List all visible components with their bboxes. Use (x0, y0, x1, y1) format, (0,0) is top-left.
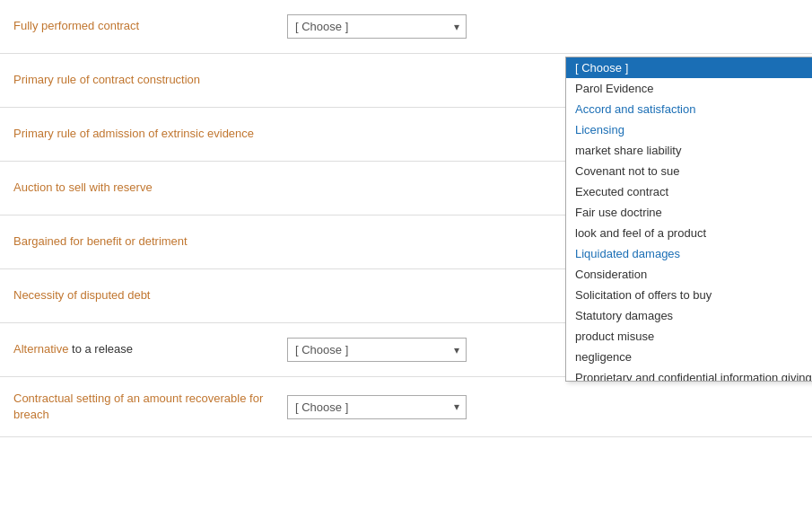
dropdown-item-3[interactable]: Licensing (566, 119, 812, 140)
dropdown-item-12[interactable]: Statutory damages (566, 305, 812, 326)
dropdown-item-6[interactable]: Executed contract (566, 181, 812, 202)
select-contractual-setting[interactable]: [ Choose ]Parol EvidenceAccord and satis… (287, 395, 467, 419)
dropdown-item-10[interactable]: Consideration (566, 264, 812, 285)
dropdown-item-0[interactable]: [ Choose ] (566, 57, 812, 78)
dropdown-item-9[interactable]: Liquidated damages (566, 243, 812, 264)
select-wrapper-alternative-release[interactable]: [ Choose ]Parol EvidenceAccord and satis… (287, 338, 467, 362)
dropdown-item-8[interactable]: look and feel of a product (566, 223, 812, 243)
dropdown-item-15[interactable]: Proprietary and confidential information… (566, 367, 812, 381)
label-necessity-disputed: Necessity of disputed debt (0, 283, 278, 308)
label-alternative-release: Alternative to a release (0, 337, 278, 362)
select-wrapper-contractual-setting[interactable]: [ Choose ]Parol EvidenceAccord and satis… (287, 395, 467, 419)
dropdown-item-5[interactable]: Covenant not to sue (566, 161, 812, 181)
label-auction-sell: Auction to sell with reserve (0, 175, 278, 200)
label-part-orange: Alternative (13, 342, 72, 356)
label-bargained-for: Bargained for benefit or detriment (0, 229, 278, 254)
dropdown-item-2[interactable]: Accord and satisfaction (566, 99, 812, 119)
page-container: Fully performed contract [ Choose ]Parol… (0, 0, 812, 519)
dropdown-item-11[interactable]: Solicitation of offers to buy (566, 285, 812, 305)
control-contractual-setting: [ Choose ]Parol EvidenceAccord and satis… (278, 391, 812, 424)
dropdown-item-1[interactable]: Parol Evidence (566, 78, 812, 99)
row-contractual-setting: Contractual setting of an amount recover… (0, 377, 812, 437)
form-area: Fully performed contract [ Choose ]Parol… (0, 0, 812, 437)
row-fully-performed: Fully performed contract [ Choose ]Parol… (0, 0, 812, 54)
select-alternative-release[interactable]: [ Choose ]Parol EvidenceAccord and satis… (287, 338, 467, 362)
label-fully-performed: Fully performed contract (0, 13, 278, 39)
dropdown-overlay: [ Choose ]Parol EvidenceAccord and satis… (565, 57, 812, 382)
dropdown-item-13[interactable]: product misuse (566, 326, 812, 347)
label-part-normal: to a release (72, 342, 133, 356)
select-wrapper-fully-performed[interactable]: [ Choose ]Parol EvidenceAccord and satis… (287, 14, 467, 39)
label-primary-rule-construction: Primary rule of contract construction (0, 67, 278, 92)
label-primary-rule-admission: Primary rule of admission of extrinsic e… (0, 121, 278, 146)
control-fully-performed: [ Choose ]Parol EvidenceAccord and satis… (278, 10, 812, 43)
label-contractual-setting: Contractual setting of an amount recover… (0, 386, 278, 427)
dropdown-item-14[interactable]: negligence (566, 347, 812, 367)
select-fully-performed[interactable]: [ Choose ]Parol EvidenceAccord and satis… (287, 14, 467, 39)
dropdown-item-4[interactable]: market share liability (566, 140, 812, 161)
dropdown-list: [ Choose ]Parol EvidenceAccord and satis… (566, 57, 812, 381)
dropdown-item-7[interactable]: Fair use doctrine (566, 202, 812, 223)
